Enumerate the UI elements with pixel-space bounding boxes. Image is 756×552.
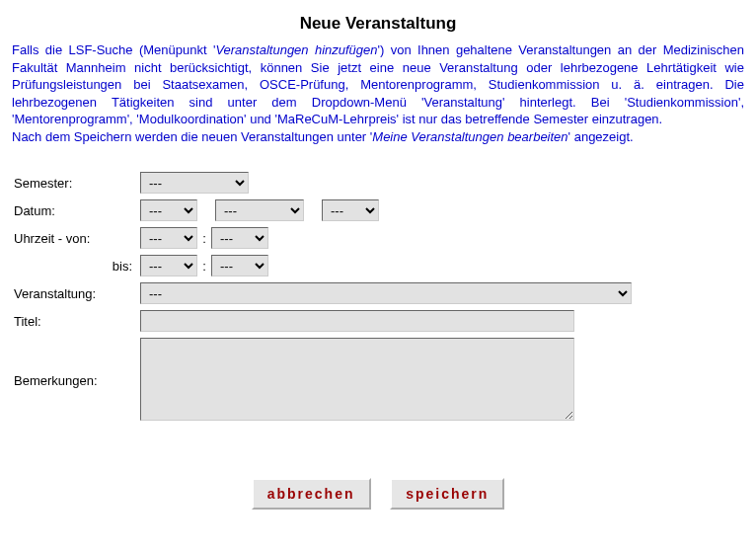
date-year-select[interactable]: --- — [322, 199, 379, 221]
label-remarks: Bemerkungen: — [12, 337, 140, 425]
event-select[interactable]: --- — [140, 282, 632, 304]
date-month-select[interactable]: --- — [215, 199, 304, 221]
date-day-select[interactable]: --- — [140, 199, 197, 221]
info-em1: Veranstaltungen hinzufügen — [215, 42, 377, 57]
label-semester: Semester: — [12, 171, 140, 195]
time-to-hour-select[interactable]: --- — [140, 255, 197, 276]
save-button[interactable]: speichern — [390, 478, 504, 510]
info-text: Falls die LSF-Suche (Menüpunkt ' — [12, 42, 215, 57]
info-em2: Meine Veranstaltungen bearbeiten — [372, 129, 567, 144]
time-to-minute-select[interactable]: --- — [211, 255, 268, 276]
label-title: Titel: — [12, 309, 140, 333]
label-time-from: Uhrzeit - von: — [12, 226, 140, 250]
info-paragraph: Falls die LSF-Suche (Menüpunkt 'Veransta… — [12, 41, 744, 145]
page-title: Neue Veranstaltung — [12, 14, 744, 34]
label-date: Datum: — [12, 198, 140, 222]
time-separator: : — [197, 259, 211, 274]
label-time-to: bis: — [12, 254, 140, 277]
time-from-minute-select[interactable]: --- — [211, 227, 268, 249]
semester-select[interactable]: --- — [140, 172, 249, 194]
cancel-button[interactable]: abbrechen — [252, 478, 371, 510]
event-form: Semester: --- Datum: --------- Uhrzeit -… — [12, 167, 632, 429]
title-input[interactable] — [140, 310, 574, 332]
button-row: abbrechen speichern — [12, 478, 744, 510]
time-from-hour-select[interactable]: --- — [140, 227, 197, 249]
info-text: ' angezeigt. — [568, 129, 634, 144]
remarks-textarea[interactable] — [140, 338, 574, 421]
label-event: Veranstaltung: — [12, 281, 140, 305]
time-separator: : — [197, 231, 211, 246]
info-text: Nach dem Speichern werden die neuen Vera… — [12, 129, 372, 144]
